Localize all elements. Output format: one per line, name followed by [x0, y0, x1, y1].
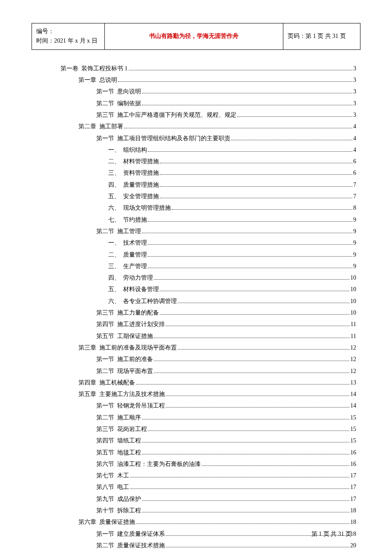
toc-label: 第四节 墙纸工程	[96, 435, 141, 446]
toc-page-number: 6	[353, 167, 356, 179]
toc-label: 第一卷 装饰工程投标书 1	[61, 63, 128, 74]
toc-label: 四、 质量管理措施	[108, 179, 159, 191]
toc-page-number: 18	[350, 516, 356, 528]
toc-page-number: 7	[353, 179, 356, 191]
toc-leader-dots	[142, 512, 349, 512]
header-date-label: 时间：2021 年 x 月 x 日	[36, 36, 100, 46]
toc-label: 第九节 成品保护	[96, 493, 141, 505]
toc-leader-dots	[154, 279, 349, 280]
toc-leader-dots	[202, 465, 349, 466]
toc-label: 第五节 地毯工程	[96, 447, 141, 458]
toc-leader-dots	[136, 384, 349, 384]
toc-row: 第四节 墙纸工程15	[61, 435, 356, 446]
toc-label: 第二节 现场平面布置	[96, 365, 153, 377]
toc-label: 一、 组织结构	[108, 144, 147, 156]
toc-leader-dots	[148, 431, 349, 431]
toc-label: 第二章 施工部署	[78, 121, 123, 132]
toc-page-number: 3	[353, 63, 356, 74]
toc-page-number: 17	[350, 481, 356, 493]
header-id-label: 编号：	[36, 27, 100, 36]
toc-page-number: 6	[353, 156, 356, 167]
toc-leader-dots	[142, 419, 349, 419]
toc-leader-dots	[160, 186, 352, 187]
toc-leader-dots	[142, 93, 352, 93]
toc-leader-dots	[118, 81, 352, 82]
toc-label: 第一节 意向说明	[96, 86, 141, 97]
toc-leader-dots	[166, 326, 350, 326]
header-table: 编号： 时间：2021 年 x 月 x 日 书山有路勤为径，学海无涯苦作舟 页码…	[32, 23, 360, 50]
toc-leader-dots	[160, 163, 352, 163]
toc-page-number: 10	[350, 283, 356, 295]
toc-page-number: 16	[350, 458, 356, 470]
toc-leader-dots	[172, 209, 352, 210]
toc-leader-dots	[148, 151, 352, 152]
footer-page-number: 第 1 页 共 31 页	[311, 530, 352, 538]
toc-row: 第九节 成品保护17	[61, 493, 356, 505]
toc-page-number: 14	[350, 388, 356, 400]
header-page-label: 页码：第 1 页 共 31 页	[288, 33, 346, 39]
toc-page-number: 17	[350, 470, 356, 481]
toc-page-number: 11	[351, 330, 356, 342]
toc-row: 第十节 拆除工程18	[61, 505, 356, 516]
header-left-cell: 编号： 时间：2021 年 x 月 x 日	[32, 23, 105, 50]
toc-row: 第一节 意向说明3	[61, 86, 356, 97]
toc-page-number: 10	[350, 307, 356, 318]
toc-row: 第一节 施工项目管理组织结构及各部门的主要职责4	[61, 133, 356, 144]
toc-label: 第二节 施工管理	[96, 225, 141, 237]
toc-label: 第一节 施工前的准备	[96, 353, 153, 365]
toc-label: 第三章 施工前的准备及现场平面布置	[78, 342, 177, 353]
toc-label: 第二节 编制依据	[96, 98, 141, 109]
toc-page-number: 3	[353, 98, 356, 109]
toc-row: 第五章 主要施工方法及技术措施14	[61, 388, 356, 400]
toc-page-number: 9	[353, 214, 356, 225]
toc-label: 第七节 木工	[96, 470, 129, 481]
table-of-contents: 第一卷 装饰工程投标书 13第一章 总说明3第一节 意向说明3第二节 编制依据3…	[32, 63, 360, 551]
toc-row: 四、 质量管理措施7	[61, 179, 356, 191]
toc-label: 第四章 施工机械配备	[78, 377, 135, 388]
toc-row: 第七节 木工17	[61, 470, 356, 481]
toc-row: 第三节 施工力量的配备10	[61, 307, 356, 318]
toc-page-number: 18	[350, 505, 356, 516]
toc-page-number: 14	[350, 400, 356, 411]
toc-label: 第三节 花岗岩工程	[96, 423, 147, 435]
toc-label: 七、 节约措施	[108, 214, 147, 225]
toc-label: 第二节 施工顺序	[96, 412, 141, 423]
toc-row: 第一卷 装饰工程投标书 13	[61, 63, 356, 74]
toc-row: 第八节 电工17	[61, 481, 356, 493]
toc-page-number: 3	[353, 109, 356, 121]
toc-leader-dots	[154, 338, 350, 338]
toc-label: 第四节 施工进度计划安排	[96, 318, 165, 330]
toc-label: 四、 劳动力管理	[108, 272, 153, 283]
toc-leader-dots	[148, 268, 352, 268]
toc-row: 第二章 施工部署4	[61, 121, 356, 132]
toc-row: 第一章 总说明3	[61, 74, 356, 86]
toc-row: 六、 各专业工种协调管理10	[61, 295, 356, 307]
toc-label: 五、 材料设备管理	[108, 283, 159, 295]
toc-leader-dots	[148, 221, 352, 222]
toc-page-number: 9	[353, 225, 356, 237]
toc-leader-dots	[142, 233, 352, 233]
toc-leader-dots	[154, 361, 349, 361]
toc-row: 第三节 施工中应严格遵循下列有关规范、规程、规定3	[61, 109, 356, 121]
toc-leader-dots	[136, 523, 349, 524]
toc-label: 六、 各专业工种协调管理	[108, 295, 177, 307]
toc-label: 第十节 拆除工程	[96, 505, 141, 516]
toc-label: 第五章 主要施工方法及技术措施	[78, 388, 165, 400]
toc-page-number: 15	[350, 435, 356, 446]
toc-leader-dots	[142, 454, 349, 454]
toc-leader-dots	[237, 116, 352, 117]
toc-row: 第二节 施工顺序15	[61, 412, 356, 423]
toc-page-number: 12	[350, 353, 356, 365]
toc-label: 第二节 质量保证技术措施	[96, 540, 165, 551]
toc-leader-dots	[142, 442, 349, 442]
toc-row: 第四节 施工进度计划安排11	[61, 318, 356, 330]
toc-row: 第五节 地毯工程16	[61, 447, 356, 458]
toc-row: 一、 技术管理9	[61, 237, 356, 249]
toc-row: 第三节 花岗岩工程15	[61, 423, 356, 435]
toc-page-number: 3	[353, 74, 356, 86]
toc-page-number: 4	[353, 133, 356, 144]
toc-label: 三、 生产管理	[108, 260, 147, 272]
toc-leader-dots	[166, 407, 349, 408]
toc-label: 第一节 轻钢龙骨吊顶工程	[96, 400, 165, 411]
toc-label: 二、 质量管理	[108, 249, 147, 260]
